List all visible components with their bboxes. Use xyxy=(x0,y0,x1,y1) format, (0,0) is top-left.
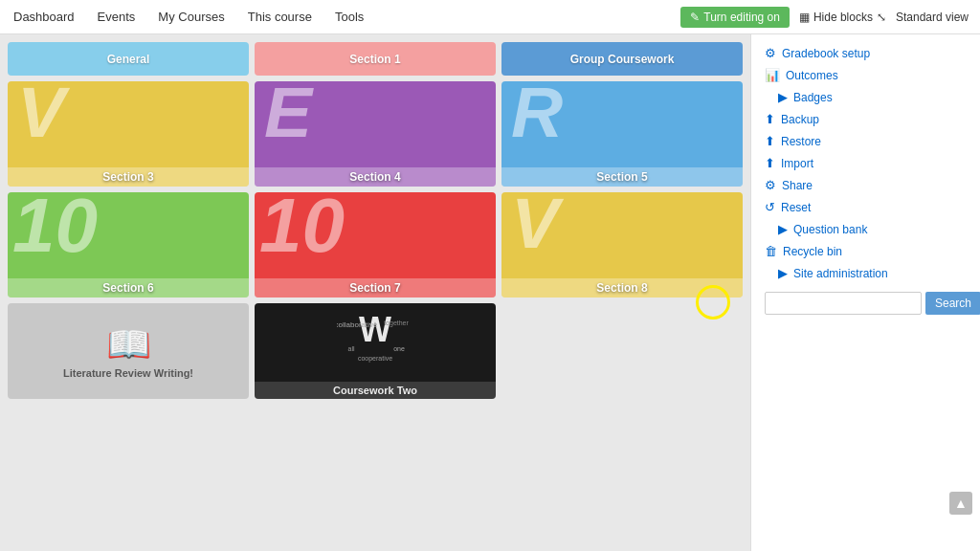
search-input[interactable] xyxy=(765,292,922,315)
section3-letter: V xyxy=(17,81,65,148)
middle-row: V Section 3 E Section 4 R Section 5 xyxy=(8,81,743,187)
section5-letter: R xyxy=(511,81,563,148)
svg-text:one: one xyxy=(393,345,405,352)
hide-blocks-button[interactable]: ▦ Hide blocks ⤡ xyxy=(799,11,886,24)
outcomes-icon: 📊 xyxy=(765,68,780,82)
course-content: General Section 1 Group Coursework V Sec… xyxy=(0,34,750,551)
word-cloud-visual: W collaborative together all one coopera… xyxy=(337,308,413,380)
svg-text:collaborative: collaborative xyxy=(337,320,378,329)
sidebar-gradebook-setup[interactable]: ⚙ Gradebook setup xyxy=(751,42,980,64)
share-icon: ⚙ xyxy=(765,178,776,192)
chevron-right-icon: ▶ xyxy=(778,90,788,104)
empty-slot xyxy=(501,303,743,399)
sidebar-site-administration[interactable]: ▶ Site administration xyxy=(751,262,980,284)
section4-label: Section 4 xyxy=(255,167,496,187)
extra-row: 📖 Literature Review Writing! W collabora… xyxy=(8,303,743,399)
section-6[interactable]: 10 Section 6 xyxy=(8,192,249,298)
book-icon: 📖 xyxy=(106,323,151,365)
literature-review-card[interactable]: 📖 Literature Review Writing! xyxy=(8,303,249,399)
svg-text:together: together xyxy=(384,320,409,327)
chevron-up-icon: ▲ xyxy=(954,496,968,511)
section-7[interactable]: 10 Section 7 xyxy=(255,192,496,298)
section3-label: Section 3 xyxy=(8,167,249,187)
sidebar-question-bank[interactable]: ▶ Question bank xyxy=(751,218,980,240)
lower-row: 10 Section 6 10 Section 7 V Section 8 xyxy=(8,192,743,298)
grid-icon: ▦ xyxy=(799,11,810,24)
backup-icon: ⬆ xyxy=(765,112,775,126)
svg-text:all: all xyxy=(347,345,354,352)
restore-icon: ⬆ xyxy=(765,134,775,148)
section-group-coursework[interactable]: Group Coursework xyxy=(501,42,743,76)
section-4[interactable]: E Section 4 xyxy=(255,81,496,187)
sidebar: ⚙ Gradebook setup 📊 Outcomes ▶ Badges ⬆ … xyxy=(750,34,980,551)
section5-label: Section 5 xyxy=(501,167,743,187)
section-5[interactable]: R Section 5 xyxy=(501,81,743,187)
nav-my-courses[interactable]: My Courses xyxy=(156,6,226,28)
section8-letter: V xyxy=(511,192,559,259)
section-general[interactable]: General xyxy=(8,42,249,76)
section-1[interactable]: Section 1 xyxy=(255,42,496,76)
nav-tools[interactable]: Tools xyxy=(333,6,366,28)
literature-review-label: Literature Review Writing! xyxy=(63,367,193,379)
site-admin-icon: ▶ xyxy=(778,266,788,280)
nav-right: ✎ Turn editing on ▦ Hide blocks ⤡ Standa… xyxy=(680,7,969,28)
nav-items: Dashboard Events My Courses This course … xyxy=(11,6,366,28)
section-3[interactable]: V Section 3 xyxy=(8,81,249,187)
coursework-two-label: Coursework Two xyxy=(255,382,496,399)
top-row: General Section 1 Group Coursework xyxy=(8,42,743,76)
search-area: Search xyxy=(751,284,980,322)
svg-text:W: W xyxy=(359,310,391,349)
section7-letter: 10 xyxy=(259,192,345,264)
nav-dashboard[interactable]: Dashboard xyxy=(11,6,77,28)
turn-editing-button[interactable]: ✎ Turn editing on xyxy=(680,7,790,28)
section6-letter: 10 xyxy=(12,192,98,264)
navbar: Dashboard Events My Courses This course … xyxy=(0,0,980,34)
scroll-to-top-button[interactable]: ▲ xyxy=(949,492,972,515)
section4-letter: E xyxy=(264,81,312,148)
section7-label: Section 7 xyxy=(255,278,496,298)
sidebar-badges[interactable]: ▶ Badges xyxy=(751,86,980,108)
coursework-two-card[interactable]: W collaborative together all one coopera… xyxy=(255,303,496,399)
sidebar-backup[interactable]: ⬆ Backup xyxy=(751,108,980,130)
sidebar-reset[interactable]: ↺ Reset xyxy=(751,196,980,218)
svg-text:cooperative: cooperative xyxy=(358,355,392,363)
main-area: General Section 1 Group Coursework V Sec… xyxy=(0,34,980,551)
sidebar-restore[interactable]: ⬆ Restore xyxy=(751,130,980,152)
nav-events[interactable]: Events xyxy=(96,6,138,28)
section6-label: Section 6 xyxy=(8,278,249,298)
search-button[interactable]: Search xyxy=(925,292,980,315)
sidebar-outcomes[interactable]: 📊 Outcomes xyxy=(751,64,980,86)
reset-icon: ↺ xyxy=(765,200,775,214)
sidebar-share[interactable]: ⚙ Share xyxy=(751,174,980,196)
sidebar-import[interactable]: ⬆ Import xyxy=(751,152,980,174)
section-8[interactable]: V Section 8 xyxy=(501,192,743,298)
gear-icon: ⚙ xyxy=(765,46,776,60)
standard-view-button[interactable]: Standard view xyxy=(896,11,969,24)
question-bank-icon: ▶ xyxy=(778,222,788,236)
resize-icon: ⤡ xyxy=(877,11,886,24)
recycle-bin-icon: 🗑 xyxy=(765,244,777,258)
import-icon: ⬆ xyxy=(765,156,775,170)
nav-this-course[interactable]: This course xyxy=(246,6,314,28)
section8-label: Section 8 xyxy=(501,278,743,298)
edit-icon: ✎ xyxy=(690,11,700,24)
sidebar-recycle-bin[interactable]: 🗑 Recycle bin xyxy=(751,240,980,262)
